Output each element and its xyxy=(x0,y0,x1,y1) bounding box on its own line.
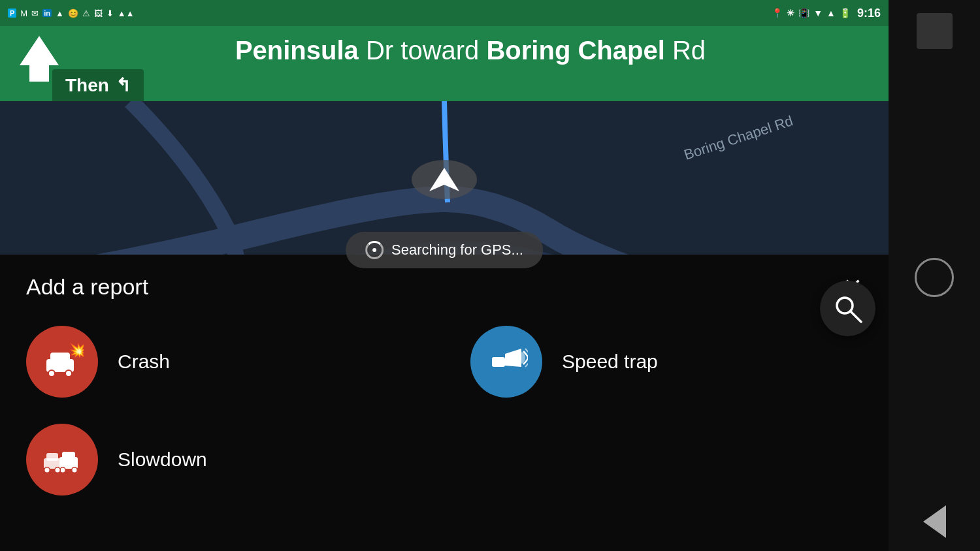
search-icon xyxy=(833,294,862,323)
crash-report-item[interactable]: 💥 Crash xyxy=(26,326,418,398)
svg-rect-22 xyxy=(62,452,75,460)
report-row-2: Slowdown xyxy=(26,424,862,496)
svg-rect-18 xyxy=(492,357,505,367)
svg-point-30 xyxy=(44,467,49,472)
svg-line-10 xyxy=(851,311,861,322)
svg-point-24 xyxy=(60,467,65,472)
street-bold-2: Boring Chapel xyxy=(486,36,664,65)
bluetooth-icon: ✳ xyxy=(787,8,794,18)
location-icon: 📍 xyxy=(772,8,783,18)
report-items: 💥 Crash Sp xyxy=(26,326,862,496)
clock: 9:16 xyxy=(857,7,881,20)
crash-label: Crash xyxy=(118,351,170,373)
wifi-icon: ▲▲ xyxy=(118,8,135,18)
speed-trap-icon-circle xyxy=(470,326,542,398)
warning-icon: ⚠ xyxy=(82,8,90,18)
svg-point-32 xyxy=(55,467,59,472)
report-header: Add a report ✕ xyxy=(26,274,862,300)
search-button[interactable] xyxy=(820,281,875,336)
svg-point-16 xyxy=(66,371,71,376)
svg-rect-12 xyxy=(50,353,70,362)
then-turn-icon: ↰ xyxy=(116,74,131,96)
gps-circle-icon xyxy=(365,241,384,259)
wifi-signal-icon: ▼ xyxy=(813,8,823,18)
gps-text: Searching for GPS... xyxy=(391,242,523,259)
map-direction-arrow xyxy=(428,166,461,193)
status-icons-right: 📍 ✳ 📳 ▼ ▲ 🔋 9:16 xyxy=(772,7,881,20)
gmail-icon: M xyxy=(20,8,27,18)
prime-video-icon: P xyxy=(8,8,16,18)
then-label: Then xyxy=(65,75,109,96)
linkedin-icon: in xyxy=(42,9,52,17)
status-bar: P M ✉ in ▲ 😊 ⚠ 🖼 ⬇ ▲▲ 📍 ✳ 📳 ▼ ▲ 🔋 9:16 xyxy=(0,0,889,26)
map-nav-arrow xyxy=(412,160,477,199)
slowdown-icon xyxy=(41,439,84,481)
slowdown-report-item[interactable]: Slowdown xyxy=(26,424,862,496)
then-bar: Then ↰ xyxy=(52,69,144,101)
svg-point-14 xyxy=(49,371,54,376)
street-suffix: Rd xyxy=(672,36,706,65)
download-icon: ⬇ xyxy=(106,8,114,18)
svg-point-20 xyxy=(517,352,525,364)
waze-icon: 😊 xyxy=(68,8,78,18)
signal-icon: ▲ xyxy=(826,8,836,18)
crash-icon: 💥 xyxy=(41,341,84,383)
vibrate-icon: 📳 xyxy=(798,8,809,18)
side-square-button[interactable] xyxy=(917,13,953,49)
svg-text:💥: 💥 xyxy=(69,341,84,359)
report-row-1: 💥 Crash Sp xyxy=(26,326,862,398)
slowdown-label: Slowdown xyxy=(118,449,207,471)
side-back-button[interactable] xyxy=(923,505,946,538)
report-panel: Add a report ✕ � xyxy=(0,255,889,551)
image-icon: 🖼 xyxy=(94,8,103,18)
nav-header: Peninsula Dr toward Boring Chapel Rd The… xyxy=(0,26,889,101)
speed-trap-label: Speed trap xyxy=(562,351,658,373)
street-info: Peninsula Dr toward Boring Chapel Rd xyxy=(65,33,875,65)
svg-rect-28 xyxy=(46,453,58,461)
gps-indicator: Searching for GPS... xyxy=(346,232,543,268)
side-panel xyxy=(889,0,980,551)
navigation-icon: ▲ xyxy=(56,8,64,18)
mail-icon: ✉ xyxy=(31,8,39,18)
svg-marker-8 xyxy=(429,168,459,191)
slowdown-icon-circle xyxy=(26,424,98,496)
status-icons-left: P M ✉ in ▲ 😊 ⚠ 🖼 ⬇ ▲▲ xyxy=(8,8,135,18)
speed-trap-report-item[interactable]: Speed trap xyxy=(470,326,862,398)
side-circle-button[interactable] xyxy=(915,258,954,297)
street-name: Peninsula Dr toward Boring Chapel Rd xyxy=(65,36,875,65)
speed-trap-icon xyxy=(485,341,528,383)
svg-point-26 xyxy=(72,467,76,472)
street-normal: Dr toward xyxy=(366,36,479,65)
crash-icon-circle: 💥 xyxy=(26,326,98,398)
battery-icon: 🔋 xyxy=(840,8,851,18)
report-title: Add a report xyxy=(26,274,148,300)
street-bold-1: Peninsula xyxy=(235,36,359,65)
